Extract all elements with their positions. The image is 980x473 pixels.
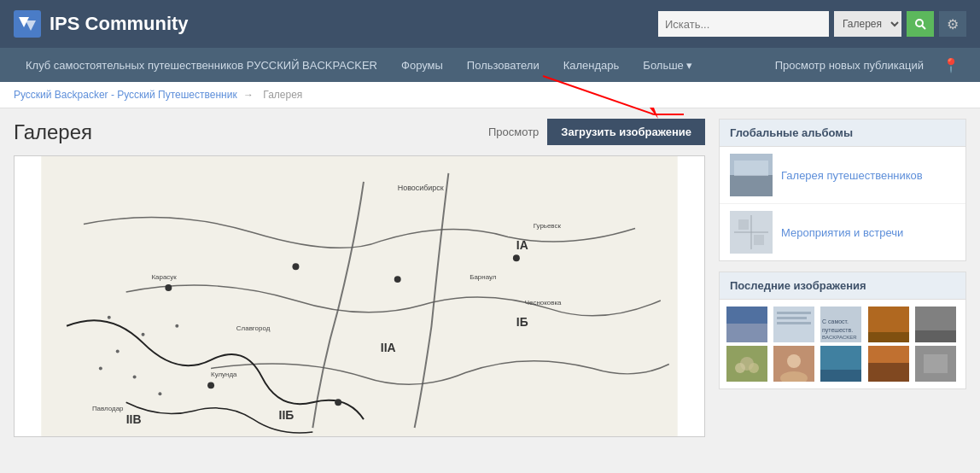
search-icon <box>914 18 926 30</box>
svg-text:IБ: IБ <box>516 315 528 329</box>
svg-point-29 <box>108 316 111 319</box>
svg-rect-8 <box>41 156 677 436</box>
search-scope-select[interactable]: Галерея <box>834 11 901 37</box>
nav-item-forums[interactable]: Форумы <box>389 48 455 82</box>
nav-right: Просмотр новых публикаций 📍 <box>763 48 966 82</box>
album-name-events: Мероприятия и встречи <box>781 226 903 239</box>
album-thumb-events <box>730 211 773 254</box>
album-item-travelers[interactable]: Галерея путешественников <box>720 147 965 204</box>
nav-view-new-publications[interactable]: Просмотр новых публикаций <box>763 48 936 82</box>
recent-image-9[interactable] <box>868 346 909 382</box>
svg-point-34 <box>133 375 137 378</box>
svg-text:Гурьевск: Гурьевск <box>534 222 562 230</box>
svg-rect-66 <box>820 370 861 382</box>
view-link[interactable]: Просмотр <box>488 126 539 138</box>
svg-text:Новосибирск: Новосибирск <box>398 184 444 192</box>
svg-text:IА: IА <box>516 238 528 252</box>
global-albums-section: Глобальные альбомы Галерея путешественни… <box>719 119 966 261</box>
svg-text:путешеств.: путешеств. <box>822 327 853 334</box>
svg-point-32 <box>116 350 120 353</box>
logo-icon <box>14 10 41 38</box>
breadcrumb-separator: → <box>243 89 254 101</box>
svg-rect-45 <box>726 324 767 342</box>
svg-text:Славгород: Славгород <box>236 324 271 332</box>
svg-rect-42 <box>738 219 749 230</box>
svg-rect-68 <box>868 363 909 382</box>
recent-images-title: Последние изображения <box>720 272 965 300</box>
album-thumb-img-travelers <box>730 154 773 196</box>
recent-image-5[interactable] <box>915 307 956 342</box>
page-actions: Просмотр Загрузить изображение <box>488 119 705 145</box>
nav-item-more[interactable]: Больше ▾ <box>631 48 704 82</box>
breadcrumb: Русский Backpacker - Русский Путешествен… <box>0 82 980 108</box>
recent-image-7[interactable] <box>773 346 814 382</box>
search-input[interactable] <box>658 11 829 37</box>
svg-marker-6 <box>650 108 658 119</box>
navbar: Клуб самостоятельных путешественников РУ… <box>0 48 980 82</box>
svg-point-10 <box>165 284 172 291</box>
page-header: Галерея Просмотр Загрузить изображение <box>14 119 705 145</box>
svg-point-30 <box>142 333 145 336</box>
svg-point-60 <box>735 363 745 373</box>
recent-images-section: Последние изображения С самост.путешеств… <box>719 272 966 389</box>
recent-image-2[interactable] <box>773 307 814 342</box>
global-albums-title: Глобальные альбомы <box>720 120 965 147</box>
svg-rect-57 <box>915 330 956 342</box>
svg-text:Павлодар: Павлодар <box>92 405 124 412</box>
album-item-events[interactable]: Мероприятия и встречи <box>720 204 965 260</box>
album-thumb-img-events <box>730 211 773 254</box>
svg-text:BACKPACKER: BACKPACKER <box>822 335 857 340</box>
nav-item-club[interactable]: Клуб самостоятельных путешественников РУ… <box>14 48 389 82</box>
svg-point-15 <box>335 399 341 406</box>
nav-item-calendar[interactable]: Календарь <box>551 48 632 82</box>
recent-image-8[interactable] <box>820 346 861 382</box>
svg-point-31 <box>175 324 178 328</box>
svg-rect-38 <box>734 161 768 176</box>
svg-point-13 <box>513 254 520 261</box>
header: IPS Community Галерея ⚙ <box>0 0 980 48</box>
content-area: Галерея Просмотр Загрузить изображение <box>14 119 705 437</box>
svg-text:Карасук: Карасук <box>151 273 177 281</box>
recent-image-10[interactable] <box>915 346 956 382</box>
settings-button[interactable]: ⚙ <box>939 11 966 37</box>
svg-text:Чесноковка: Чесноковка <box>525 299 562 307</box>
recent-image-1[interactable] <box>726 307 767 342</box>
recent-image-3[interactable]: С самост.путешеств.BACKPACKER <box>820 307 861 342</box>
svg-point-3 <box>916 20 923 26</box>
upload-image-button[interactable]: Загрузить изображение <box>547 119 705 145</box>
sidebar: Глобальные альбомы Галерея путешественни… <box>719 119 966 437</box>
page-title: Галерея <box>14 120 92 144</box>
svg-text:IIБ: IIБ <box>279 408 295 422</box>
svg-point-11 <box>292 263 299 270</box>
header-right: Галерея ⚙ <box>658 11 966 37</box>
recent-image-4[interactable] <box>868 307 909 342</box>
svg-point-61 <box>749 363 759 373</box>
svg-rect-37 <box>730 175 773 196</box>
svg-text:Барнаул: Барнаул <box>470 273 497 281</box>
svg-rect-67 <box>868 346 909 363</box>
svg-point-63 <box>787 354 801 368</box>
svg-rect-70 <box>924 354 948 373</box>
breadcrumb-home[interactable]: Русский Backpacker - Русский Путешествен… <box>14 89 237 101</box>
svg-rect-44 <box>726 307 767 324</box>
nav-item-users[interactable]: Пользователи <box>455 48 551 82</box>
recent-images-grid: С самост.путешеств.BACKPACKER <box>720 300 965 388</box>
svg-point-35 <box>158 392 161 395</box>
album-thumb-travelers <box>730 154 773 196</box>
main-container: Галерея Просмотр Загрузить изображение <box>0 108 980 447</box>
recent-image-6[interactable] <box>726 346 767 382</box>
map-image: Новосибирск Гурьевск Барнаул Чесноковка … <box>15 156 704 436</box>
svg-rect-55 <box>868 332 909 342</box>
svg-text:IIА: IIА <box>381 341 396 354</box>
gear-icon: ⚙ <box>947 16 959 32</box>
svg-line-4 <box>922 26 925 29</box>
svg-rect-43 <box>754 235 764 245</box>
svg-text:IIВ: IIВ <box>126 412 142 426</box>
logo-area: IPS Community <box>14 10 189 38</box>
search-button[interactable] <box>907 11 934 37</box>
svg-text:Кулунда: Кулунда <box>211 371 237 378</box>
gallery-image-container: Новосибирск Гурьевск Барнаул Чесноковка … <box>14 155 705 437</box>
logo-text: IPS Community <box>50 13 189 35</box>
nav-pin-icon[interactable]: 📍 <box>936 48 966 82</box>
breadcrumb-current: Галерея <box>263 89 302 101</box>
